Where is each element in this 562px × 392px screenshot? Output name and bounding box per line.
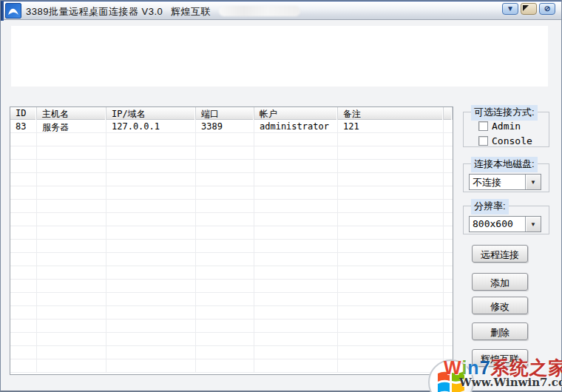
table-cell xyxy=(338,333,444,346)
table-cell xyxy=(196,346,254,359)
table-cell xyxy=(106,213,196,226)
table-cell-filler xyxy=(444,333,453,346)
table-cell-filler xyxy=(444,306,453,320)
column-header[interactable]: 端口 xyxy=(196,107,254,120)
table-cell xyxy=(196,253,254,266)
table-cell xyxy=(196,280,254,293)
table-cell xyxy=(254,293,338,306)
checkbox-label: Console xyxy=(492,135,532,146)
table-cell xyxy=(37,320,106,333)
local-disk-dropdown-button[interactable]: ▼ xyxy=(525,175,541,189)
table-cell: administrator xyxy=(254,120,338,133)
minimize-icon: ▼ xyxy=(507,4,514,13)
connection-mode-group: 可选连接方式: AdminConsole xyxy=(463,112,549,147)
table-cell xyxy=(338,306,444,320)
add-button[interactable]: 添加 xyxy=(472,273,528,291)
resolution-select[interactable]: 800x600 ▼ xyxy=(469,216,541,232)
table-cell xyxy=(254,346,338,359)
table-row-empty xyxy=(10,280,453,293)
table-row-empty xyxy=(10,213,453,226)
table-row-empty xyxy=(10,173,453,186)
table-cell xyxy=(254,173,338,186)
checkbox-icon[interactable] xyxy=(478,136,488,146)
table-cell xyxy=(10,359,37,373)
table-cell-filler xyxy=(444,133,453,146)
table-cell xyxy=(338,146,444,160)
modify-button[interactable]: 修改 xyxy=(472,297,528,314)
table-cell xyxy=(254,213,338,226)
table-body: 83服务器127.0.0.13389administrator121 xyxy=(10,120,453,373)
column-header[interactable]: IP/域名 xyxy=(106,107,196,120)
delete-button[interactable]: 删除 xyxy=(472,322,528,340)
table-cell xyxy=(254,240,338,253)
table-row-empty xyxy=(10,160,453,173)
table-cell xyxy=(10,346,37,359)
column-header-filler xyxy=(444,107,453,120)
table-cell xyxy=(106,200,196,213)
local-disk-group: 连接本地磁盘: 不连接 ▼ xyxy=(463,163,549,192)
table-row-empty xyxy=(10,186,453,200)
table-row[interactable]: 83服务器127.0.0.13389administrator121 xyxy=(10,120,453,133)
table-cell-filler xyxy=(444,320,453,333)
table-cell xyxy=(106,293,196,306)
window-title-brand: 辉煌互联 xyxy=(171,5,211,18)
table-cell xyxy=(106,146,196,160)
table-cell xyxy=(338,160,444,173)
table-cell xyxy=(338,346,444,359)
minimize-button[interactable]: ▼ xyxy=(502,3,518,15)
server-table[interactable]: ID主机名IP/域名端口帐户备注 83服务器127.0.0.13389admin… xyxy=(10,107,453,375)
table-cell: 服务器 xyxy=(37,120,106,133)
table-cell xyxy=(10,213,37,226)
column-header[interactable]: ID xyxy=(10,107,37,120)
local-disk-value: 不连接 xyxy=(470,175,525,189)
table-cell xyxy=(338,320,444,333)
table-cell xyxy=(10,280,37,293)
table-cell-filler xyxy=(444,120,453,133)
close-button[interactable]: ⊘ xyxy=(539,3,555,15)
table-cell xyxy=(37,200,106,213)
remote-connect-button[interactable]: 远程连接 xyxy=(472,245,528,263)
table-header[interactable]: ID主机名IP/域名端口帐户备注 xyxy=(10,107,453,120)
table-cell-filler xyxy=(444,280,453,293)
column-header[interactable]: 帐户 xyxy=(254,107,338,120)
table-cell xyxy=(254,226,338,240)
table-cell xyxy=(10,133,37,146)
table-cell xyxy=(37,186,106,200)
column-header[interactable]: 主机名 xyxy=(37,107,106,120)
table-cell xyxy=(10,306,37,320)
checkbox-option-admin[interactable]: Admin xyxy=(478,121,521,132)
table-cell xyxy=(106,306,196,320)
maximize-button[interactable] xyxy=(521,3,537,15)
table-cell xyxy=(254,280,338,293)
table-row-empty xyxy=(10,320,453,333)
table-cell xyxy=(37,359,106,373)
checkbox-icon[interactable] xyxy=(478,121,488,131)
table-row-empty xyxy=(10,266,453,280)
window-controls: ▼ ⊘ xyxy=(502,3,555,15)
table-cell xyxy=(196,213,254,226)
checkbox-option-console[interactable]: Console xyxy=(478,135,532,146)
table-cell xyxy=(196,333,254,346)
table-cell: 127.0.0.1 xyxy=(106,120,196,133)
local-disk-select[interactable]: 不连接 ▼ xyxy=(469,174,541,190)
resolution-dropdown-button[interactable]: ▼ xyxy=(525,217,541,232)
table-cell xyxy=(196,306,254,320)
huihuang-button[interactable]: 辉煌互联 xyxy=(472,349,528,367)
column-header[interactable]: 备注 xyxy=(338,107,444,120)
table-cell xyxy=(37,146,106,160)
table-cell xyxy=(254,359,338,373)
table-cell xyxy=(10,266,37,280)
table-cell xyxy=(106,160,196,173)
table-cell xyxy=(338,133,444,146)
table-cell xyxy=(196,359,254,373)
table-cell xyxy=(254,253,338,266)
table-cell xyxy=(106,280,196,293)
table-cell-filler xyxy=(444,293,453,306)
table-cell xyxy=(338,213,444,226)
chevron-down-icon: ▼ xyxy=(530,221,536,228)
resolution-label: 分辨率: xyxy=(471,199,509,214)
table-cell xyxy=(37,160,106,173)
table-cell xyxy=(338,186,444,200)
side-panel: 可选连接方式: AdminConsole 连接本地磁盘: 不连接 ▼ 分辨率: … xyxy=(461,101,554,392)
table-cell: 121 xyxy=(338,120,444,133)
